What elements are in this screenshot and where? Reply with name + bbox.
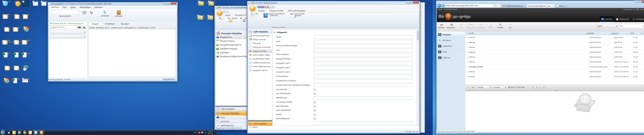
desktop-icon[interactable]: ↗ ERC Phone: [2, 1, 11, 3]
clock[interactable]: 17:545/12/14: [207, 131, 214, 134]
quick-access-icon[interactable]: ▪: [258, 6, 260, 8]
preview-splitter[interactable]: ▬▬: [465, 90, 644, 91]
mail-folder[interactable]: ↥ გაგზავნილი: [437, 43, 465, 49]
column-sender[interactable]: გამგზავნი: [587, 32, 611, 34]
address-bar[interactable]: https://mail.mia.gov.ge/mail/?_task=mail…: [445, 4, 501, 7]
select-dropdown[interactable]: მონიშვნა▲▼: [476, 86, 491, 89]
mail-row[interactable]: milocva administration 2014-11-25 09:29 …: [465, 69, 644, 74]
taskbar-tab[interactable]: ელფოსტა: [600, 16, 614, 22]
desktop-icon[interactable]: ↗ შვებულება 2015: [21, 14, 31, 17]
form-text-input[interactable]: [314, 84, 413, 87]
taskbar-erc-phone-icon[interactable]: ☎: [33, 130, 38, 135]
ribbon-tab[interactable]: ზარის განხორციელება: [286, 9, 307, 12]
clear-search-icon[interactable]: ✕: [643, 25, 644, 27]
form-checkbox[interactable]: [314, 101, 316, 103]
column-date[interactable]: თარიღი ⇅: [611, 32, 630, 34]
nav-list-item[interactable]: სტატუსების ისტორია: [248, 68, 272, 72]
form-text-input[interactable]: [314, 121, 413, 125]
quick-access-icon[interactable]: ▪: [267, 6, 269, 8]
application-menu-orb[interactable]: ?: [216, 9, 223, 16]
ribbon-tab[interactable]: ბრიგადების სია: [232, 13, 249, 17]
application-menu-orb[interactable]: ?: [249, 5, 256, 11]
mail-row[interactable]: milocva administration 2014-11-24 09:34 …: [465, 74, 644, 79]
close-button[interactable]: ✕: [171, 2, 176, 4]
desktop-icon[interactable]: ↗ Google Chrome: [2, 78, 11, 81]
quick-access-toolbar[interactable]: ▾: [223, 10, 229, 13]
form-text-input[interactable]: [314, 53, 413, 56]
desktop-icon[interactable]: ↗ ERC: [11, 1, 21, 3]
desktop-icon[interactable]: ↗ თ.პაჭკორიას ცვლა: [21, 52, 31, 56]
form-text-input[interactable]: [314, 49, 413, 52]
browser-tab[interactable]: Roundcube Webmail :: მიღ... ×: [526, 4, 555, 8]
form-scrollbar[interactable]: ▲: [417, 30, 419, 126]
ribbon-button[interactable]: ✦✎× ახალი: [216, 17, 226, 19]
grid-column-header[interactable]: პასუხის თარიღი: [110, 26, 123, 29]
mail-row[interactable]: milocva administration ოთხ 09:45 75 კბ: [465, 45, 644, 50]
tray-expand-icon[interactable]: ▲: [196, 132, 197, 133]
desktop-icon[interactable]: ↗ basti bubu: [21, 78, 31, 80]
desktop-network-shortcut[interactable]: ↗ Gavecan (10.60.226....: [206, 1, 216, 4]
mail-toolbar-button[interactable]: ▯ წაშლა: [486, 23, 496, 28]
desktop-icon[interactable]: ↗ Google Chrome: [21, 27, 31, 30]
menu-tab[interactable]: ჩვენება: [68, 6, 78, 9]
taskbar-shortcut-icon[interactable]: [28, 130, 33, 135]
next-page-button[interactable]: ▶: [539, 86, 542, 89]
taskbar-tab[interactable]: მისამართები: [614, 16, 631, 22]
refresh-button[interactable]: ↻ განახლება: [100, 10, 110, 17]
search-options-icon[interactable]: ▾: [623, 25, 624, 27]
taskbar-tab[interactable]: პარამეტრები: [631, 16, 644, 22]
list-view-icon[interactable]: ≣: [467, 86, 470, 89]
desktop-icon[interactable]: ↗ ზარებიი: [11, 65, 21, 67]
mail-toolbar-button[interactable]: ↪ გადაგზავნება: [476, 23, 486, 28]
keyboard-button[interactable]: ▦ კლავიატურა: [52, 15, 78, 17]
tray-app-icon[interactable]: [198, 132, 200, 134]
tab-close-icon[interactable]: ×: [524, 5, 525, 7]
ribbon-button[interactable]: ♺⇩ განახლება: [249, 13, 260, 15]
grid-column-header[interactable]: ხანგრძლივობა: [137, 26, 149, 29]
outlook-nav-button[interactable]: საქმის მენეჯმენტი: [248, 121, 272, 126]
taskbar-chrome-icon[interactable]: [22, 130, 27, 135]
close-button[interactable]: ✕: [642, 0, 644, 3]
ribbon-button[interactable]: ♺⇩ დაზარალებულის ინფორმაციის გადმოტანა: [260, 13, 287, 16]
nav-list-item[interactable]: დაკავშირებული საქმეე...: [248, 57, 272, 61]
redial-icon[interactable]: ↻: [90, 10, 93, 15]
nav-list-item[interactable]: ბრიგადები: [248, 41, 272, 45]
minimize-button[interactable]: —: [634, 0, 638, 3]
quick-access-icon[interactable]: ▪: [260, 6, 262, 8]
calls-grid[interactable]: ნომერიწამოწყების თარი...პასუხის თარიღიდა…: [88, 26, 176, 77]
favorites-icon[interactable]: ★: [642, 5, 644, 7]
group-select[interactable]: [50, 31, 86, 34]
mail-folder[interactable]: ▯ წაშლილი: [437, 55, 465, 61]
quick-access-icon[interactable]: ▪: [265, 6, 266, 8]
desktop-icon[interactable]: ↗ veriko: [11, 14, 21, 15]
form-text-input[interactable]: [314, 62, 413, 65]
taskbar[interactable]: e ☎ ? KA ▲ ◁)) 17:545/12/14: [0, 130, 216, 135]
maximize-button[interactable]: ▢: [638, 0, 642, 3]
list-mode-icon[interactable]: ◉: [471, 86, 475, 89]
scope-select[interactable]: ყველა▲▼: [596, 24, 618, 28]
stop-icon[interactable]: ✕: [499, 5, 500, 6]
ribbon-tab[interactable]: ფაილი: [223, 14, 232, 17]
form-text-input[interactable]: [314, 75, 413, 78]
form-checkbox[interactable]: [314, 118, 316, 120]
column-size[interactable]: ზომა: [630, 32, 641, 34]
quick-access-icon[interactable]: ▪: [269, 6, 271, 8]
menu-tab[interactable]: დახმარება: [92, 6, 104, 9]
language-indicator[interactable]: KA: [194, 132, 196, 134]
mail-toolbar-button[interactable]: ⋯ მეტი: [505, 23, 515, 28]
menu-tab[interactable]: ERCPhone: [49, 6, 61, 9]
desktop-icon[interactable]: ↗ shvebuleba 2014 v.m: [2, 14, 11, 17]
ribbon-button[interactable]: ♺⇩ სამედიცინო ფორმის გადაგზავნა: [288, 13, 307, 16]
menu-tab[interactable]: ძიება: [61, 6, 68, 9]
grid-column-header[interactable]: გათიშა: [149, 26, 155, 29]
last-page-button[interactable]: ▶|: [543, 86, 546, 89]
mail-row[interactable]: milocva administration 2014-11-27 09:12 …: [465, 60, 644, 64]
desktop-icon[interactable]: ↗ cnobari stajiorebistvis: [11, 40, 21, 43]
desktop-icon[interactable]: ↗ zarebi: [2, 65, 11, 67]
ribbon-button[interactable]: ✦✎× რედაქტირება: [227, 17, 238, 19]
mail-row[interactable]: milocva administration ხუთ 09:41 66 კბ: [465, 40, 644, 45]
back-button[interactable]: ←: [437, 4, 441, 7]
mail-toolbar-button[interactable]: ↩↩ პასუხი ყველას: [466, 23, 476, 28]
taskbar-ie-icon[interactable]: e: [6, 130, 11, 135]
form-checkbox[interactable]: [314, 113, 316, 116]
